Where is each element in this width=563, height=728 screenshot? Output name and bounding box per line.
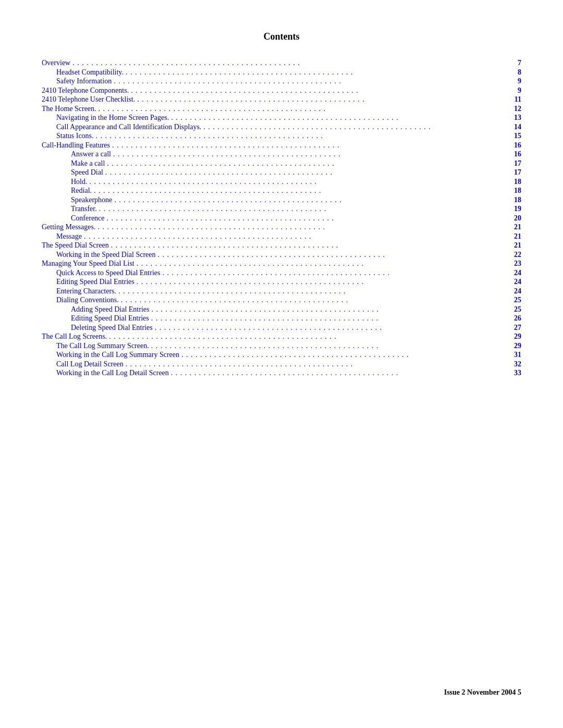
list-item[interactable]: The Home Screen. . . . . . . . . . . . .… [42,105,521,113]
list-item[interactable]: The Call Log Screens. . . . . . . . . . … [42,332,521,341]
toc-label: Working in the Speed Dial Screen [56,251,156,259]
toc-page-number: 23 [507,260,521,268]
list-item[interactable]: The Call Log Summary Screen. . . . . . .… [42,342,521,350]
toc-dots: . . . . . . . . . . . . . . . . . . . . … [110,141,507,150]
toc-page-number: 19 [507,205,521,213]
toc-label: 2410 Telephone User Checklist. [42,95,135,104]
list-item[interactable]: Headset Compatibility. . . . . . . . . .… [42,68,521,77]
toc-label: Make a call [71,159,105,168]
toc-label: Hold. [71,178,88,186]
list-item[interactable]: Speakerphone . . . . . . . . . . . . . .… [42,196,521,204]
toc-dots: . . . . . . . . . . . . . . . . . . . . … [124,68,507,77]
list-item[interactable]: Transfer. . . . . . . . . . . . . . . . … [42,205,521,213]
toc-dots: . . . . . . . . . . . . . . . . . . . . … [169,369,507,377]
list-item[interactable]: Quick Access to Speed Dial Entries . . .… [42,269,521,277]
toc-dots: . . . . . . . . . . . . . . . . . . . . … [116,287,507,295]
table-of-contents: Overview . . . . . . . . . . . . . . . .… [42,59,521,377]
footer-text: Issue 2 November 2004 5 [444,688,521,697]
list-item[interactable]: Redial. . . . . . . . . . . . . . . . . … [42,187,521,195]
toc-label: Call Log Detail Screen [56,360,124,368]
toc-label: Message [56,232,82,241]
list-item[interactable]: Working in the Speed Dial Screen . . . .… [42,251,521,259]
toc-label: Headset Compatibility. [56,68,124,77]
list-item[interactable]: Hold. . . . . . . . . . . . . . . . . . … [42,178,521,186]
list-item[interactable]: Working in the Call Log Detail Screen . … [42,369,521,377]
toc-dots: . . . . . . . . . . . . . . . . . . . . … [119,296,507,304]
toc-dots: . . . . . . . . . . . . . . . . . . . . … [111,150,507,158]
toc-label: Deleting Speed Dial Entries [71,324,153,332]
toc-label: Navigating in the Home Screen Pages. [56,114,169,122]
list-item[interactable]: Answer a call . . . . . . . . . . . . . … [42,150,521,158]
toc-label: Status Icons. [56,132,94,140]
toc-dots: . . . . . . . . . . . . . . . . . . . . … [160,269,507,277]
toc-page-number: 16 [507,141,521,150]
toc-page-number: 21 [507,223,521,231]
list-item[interactable]: Navigating in the Home Screen Pages. . .… [42,114,521,122]
toc-page-number: 9 [507,87,521,95]
list-item[interactable]: Safety Information . . . . . . . . . . .… [42,77,521,85]
list-item[interactable]: Deleting Speed Dial Entries . . . . . . … [42,324,521,332]
list-item[interactable]: Speed Dial . . . . . . . . . . . . . . .… [42,168,521,177]
toc-dots: . . . . . . . . . . . . . . . . . . . . … [96,105,507,113]
toc-dots: . . . . . . . . . . . . . . . . . . . . … [112,196,507,204]
list-item[interactable]: Entering Characters. . . . . . . . . . .… [42,287,521,295]
toc-page-number: 21 [507,232,521,241]
list-item[interactable]: Call-Handling Features . . . . . . . . .… [42,141,521,150]
toc-page-number: 27 [507,324,521,332]
toc-dots: . . . . . . . . . . . . . . . . . . . . … [149,342,507,350]
toc-label: Dialing Conventions. [56,296,119,304]
list-item[interactable]: Call Log Detail Screen . . . . . . . . .… [42,360,521,368]
toc-label: Quick Access to Speed Dial Entries [56,269,160,277]
toc-page-number: 26 [507,314,521,323]
list-item[interactable]: Status Icons. . . . . . . . . . . . . . … [42,132,521,140]
toc-label: Transfer. [71,205,97,213]
list-item[interactable]: The Speed Dial Screen . . . . . . . . . … [42,241,521,250]
toc-dots: . . . . . . . . . . . . . . . . . . . . … [105,159,507,168]
toc-page-number: 7 [507,59,521,67]
list-item[interactable]: 2410 Telephone User Checklist. . . . . .… [42,95,521,104]
toc-dots: . . . . . . . . . . . . . . . . . . . . … [149,314,507,323]
toc-page-number: 32 [507,360,521,368]
list-item[interactable]: Message . . . . . . . . . . . . . . . . … [42,232,521,241]
list-item[interactable]: Editing Speed Dial Entries . . . . . . .… [42,278,521,286]
list-item[interactable]: Call Appearance and Call Identification … [42,123,521,131]
toc-page-number: 17 [507,159,521,168]
toc-label: Working in the Call Log Summary Screen [56,351,179,359]
toc-dots: . . . . . . . . . . . . . . . . . . . . … [94,132,507,140]
toc-label: Adding Speed Dial Entries [71,305,149,314]
toc-dots: . . . . . . . . . . . . . . . . . . . . … [70,59,507,67]
toc-dots: . . . . . . . . . . . . . . . . . . . . … [134,278,507,286]
toc-label: Editing Speed Dial Entries [56,278,134,286]
list-item[interactable]: Conference . . . . . . . . . . . . . . .… [42,214,521,223]
list-item[interactable]: Dialing Conventions. . . . . . . . . . .… [42,296,521,304]
toc-dots: . . . . . . . . . . . . . . . . . . . . … [103,168,507,177]
list-item[interactable]: Make a call . . . . . . . . . . . . . . … [42,159,521,168]
toc-dots: . . . . . . . . . . . . . . . . . . . . … [129,87,507,95]
toc-dots: . . . . . . . . . . . . . . . . . . . . … [107,332,507,341]
toc-dots: . . . . . . . . . . . . . . . . . . . . … [124,360,507,368]
toc-page-number: 24 [507,269,521,277]
toc-label: Redial. [71,187,92,195]
list-item[interactable]: Editing Speed Dial Entries . . . . . . .… [42,314,521,323]
list-item[interactable]: Managing Your Speed Dial List . . . . . … [42,260,521,268]
toc-page-number: 17 [507,168,521,177]
toc-label: Entering Characters. [56,287,116,295]
toc-page-number: 24 [507,278,521,286]
list-item[interactable]: Working in the Call Log Summary Screen .… [42,351,521,359]
list-item[interactable]: 2410 Telephone Components. . . . . . . .… [42,87,521,95]
list-item[interactable]: Adding Speed Dial Entries . . . . . . . … [42,305,521,314]
list-item[interactable]: Getting Messages. . . . . . . . . . . . … [42,223,521,231]
toc-label: Answer a call [71,150,111,158]
toc-page-number: 11 [507,95,521,104]
list-item[interactable]: Overview . . . . . . . . . . . . . . . .… [42,59,521,67]
toc-dots: . . . . . . . . . . . . . . . . . . . . … [105,214,507,223]
toc-label: 2410 Telephone Components. [42,87,129,95]
toc-page-number: 12 [507,105,521,113]
toc-dots: . . . . . . . . . . . . . . . . . . . . … [149,305,507,314]
toc-page-number: 8 [507,68,521,77]
toc-dots: . . . . . . . . . . . . . . . . . . . . … [92,187,507,195]
toc-label: Working in the Call Log Detail Screen [56,369,169,377]
toc-page-number: 18 [507,178,521,186]
toc-dots: . . . . . . . . . . . . . . . . . . . . … [88,178,507,186]
toc-dots: . . . . . . . . . . . . . . . . . . . . … [135,95,507,104]
